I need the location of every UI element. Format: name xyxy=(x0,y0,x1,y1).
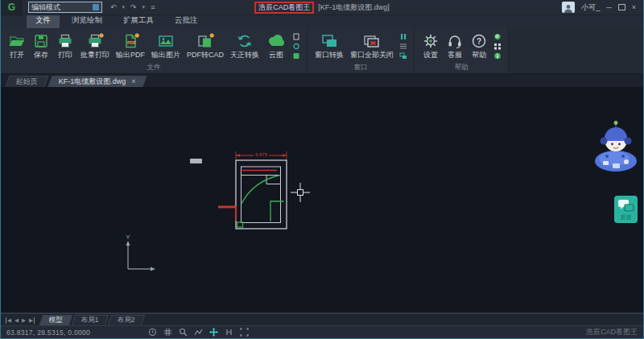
tab-close-icon[interactable]: × xyxy=(131,77,135,85)
open-button[interactable]: 打开 xyxy=(5,31,29,61)
maximize-button[interactable] xyxy=(618,4,625,10)
prev-tab-icon[interactable]: ◀ xyxy=(14,317,19,324)
coordinates-readout: 63.8317, 28.5315, 0.0000 xyxy=(6,329,90,337)
quick-access-toolbar: ↶ ▾ ↷ ▾ ≡ xyxy=(110,3,155,11)
layout-nav: ◀ ◀ ▶ ▶ xyxy=(6,317,35,324)
group-label-help: 帮助 xyxy=(415,63,508,72)
dimension-text: 6.975 xyxy=(255,152,268,157)
cloud-icon xyxy=(266,31,287,49)
tab-start-page[interactable]: 起始页 xyxy=(5,76,48,87)
gear-icon xyxy=(422,31,440,49)
close-button[interactable]: × xyxy=(632,4,636,11)
last-tab-icon[interactable]: ▶ xyxy=(29,317,35,324)
offset-icon[interactable] xyxy=(225,328,233,337)
status-bar: 63.8317, 28.5315, 0.0000 浩辰CAD看图王 xyxy=(1,325,643,338)
person-icon xyxy=(564,4,573,13)
mode-grid-icon xyxy=(93,4,99,10)
tab-model[interactable]: 模型 xyxy=(39,315,72,325)
export-pdf-button[interactable]: PDF 输出PDF xyxy=(113,31,148,61)
tab-browse-draw[interactable]: 浏览绘制 xyxy=(63,14,111,28)
zoom-toggle-icon[interactable] xyxy=(179,328,188,337)
clock-icon[interactable] xyxy=(148,328,157,337)
tianzheng-convert-button[interactable]: 天正转换 xyxy=(227,31,262,61)
chat-bubbles-icon xyxy=(617,198,635,214)
crosshair-cursor xyxy=(291,183,310,202)
tab-file[interactable]: 文件 xyxy=(27,14,60,28)
ucs-y-label: Y xyxy=(126,234,130,241)
qat-menu-icon[interactable]: ≡ xyxy=(151,3,155,11)
mini-lines-icon[interactable] xyxy=(399,43,407,50)
small-text-label xyxy=(190,159,202,163)
ribbon: 打开 保存 打印 批量打印 PDF 输出PDF xyxy=(1,28,643,74)
close-all-windows-button[interactable]: 窗口全部关闭 xyxy=(347,31,397,61)
mini-info-icon[interactable] xyxy=(493,52,502,60)
group-label-file: 文件 xyxy=(1,63,307,72)
customer-service-button[interactable]: 客服 xyxy=(443,31,467,61)
statusbar-brand-label: 浩辰CAD看图王 xyxy=(586,327,638,337)
cloud-drawing-button[interactable]: 云图 xyxy=(262,31,290,61)
mini-doc-icon[interactable] xyxy=(292,33,300,40)
grid-toggle-icon[interactable] xyxy=(163,328,172,337)
tab-extended-tools[interactable]: 扩展工具 xyxy=(114,14,163,28)
cascade-windows-icon xyxy=(320,31,339,49)
window-switch-button[interactable]: 窗口转换 xyxy=(312,31,347,61)
floppy-icon xyxy=(32,31,50,49)
printer-icon xyxy=(56,31,74,49)
first-tab-icon[interactable]: ◀ xyxy=(6,317,11,324)
pdf-document-icon: PDF xyxy=(122,31,139,49)
polyline-icon[interactable] xyxy=(194,328,203,337)
batch-printer-icon xyxy=(86,31,104,49)
layout-tab-bar: ◀ ◀ ▶ ▶ 模型 布局1 布局2 xyxy=(1,313,643,325)
tab-layout2[interactable]: 布局2 xyxy=(108,315,145,325)
undo-icon[interactable]: ↶ xyxy=(110,3,117,11)
question-circle-icon: ? xyxy=(470,31,488,49)
drawing-canvas[interactable]: 6.975 Y xyxy=(1,87,643,313)
ucs-axis-icon: Y xyxy=(120,232,159,274)
app-logo-icon[interactable]: G xyxy=(1,0,23,14)
file-group-mini-icons xyxy=(290,31,303,60)
batch-print-button[interactable]: 批量打印 xyxy=(77,31,113,61)
ribbon-empty-area xyxy=(509,28,643,73)
svg-text:PDF: PDF xyxy=(127,40,137,45)
tab-active-drawing[interactable]: KF-1电缆敷设图.dwg× xyxy=(47,76,147,87)
window-close-icon xyxy=(362,31,382,49)
help-group-mini-icons xyxy=(491,31,504,60)
mini-cascade-icon[interactable] xyxy=(399,52,407,60)
next-tab-icon[interactable]: ▶ xyxy=(22,317,26,324)
pan-move-icon[interactable] xyxy=(209,328,218,337)
chat-float-button[interactable]: 反馈 xyxy=(614,196,638,223)
help-button[interactable]: ? 帮助 xyxy=(467,31,491,61)
headset-icon xyxy=(446,31,464,49)
mini-search-icon[interactable] xyxy=(493,33,502,40)
document-tab-bar: 起始页 KF-1电缆敷设图.dwg× xyxy=(1,74,643,87)
assistant-mascot[interactable] xyxy=(593,119,638,174)
mode-select[interactable]: 编辑模式 xyxy=(28,2,102,13)
mini-grid-icon[interactable] xyxy=(493,43,502,50)
ribbon-group-file: 打开 保存 打印 批量打印 PDF 输出PDF xyxy=(1,28,308,73)
svg-text:?: ? xyxy=(477,37,481,46)
pdf-to-cad-button[interactable]: PDF转CAD xyxy=(184,31,227,61)
mini-pause-icon[interactable] xyxy=(399,33,407,40)
settings-button[interactable]: 设置 xyxy=(419,31,443,61)
user-avatar[interactable] xyxy=(562,2,575,13)
recycle-arrows-icon xyxy=(236,31,254,49)
document-title: [KF-1电缆敷设图.dwg] xyxy=(318,2,390,13)
export-image-button[interactable]: 输出图片 xyxy=(148,31,184,61)
chat-button-label: 反馈 xyxy=(621,214,632,221)
minimize-button[interactable]: ─ xyxy=(606,4,611,11)
tab-cloud-annotation[interactable]: 云批注 xyxy=(166,14,207,28)
brand-title-highlight: 浩辰CAD看图王 xyxy=(254,2,314,14)
app-window: G 编辑模式 ↶ ▾ ↷ ▾ ≡ 浩辰CAD看图王 [KF-1电缆敷设图.dwg… xyxy=(0,0,644,339)
full-extent-icon[interactable] xyxy=(240,328,249,337)
redo-caret-icon[interactable]: ▾ xyxy=(142,3,146,11)
mode-select-value: 编辑模式 xyxy=(31,2,60,13)
print-button[interactable]: 打印 xyxy=(53,31,77,61)
pdf-convert-icon xyxy=(196,31,214,49)
tab-layout1[interactable]: 布局1 xyxy=(72,315,109,325)
undo-caret-icon[interactable]: ▾ xyxy=(122,3,126,11)
mini-green-badge-icon[interactable] xyxy=(292,52,300,60)
save-button[interactable]: 保存 xyxy=(29,31,53,61)
username-label: 小可_ xyxy=(581,2,600,13)
redo-icon[interactable]: ↷ xyxy=(130,3,137,11)
mini-refresh-icon[interactable] xyxy=(292,43,300,50)
